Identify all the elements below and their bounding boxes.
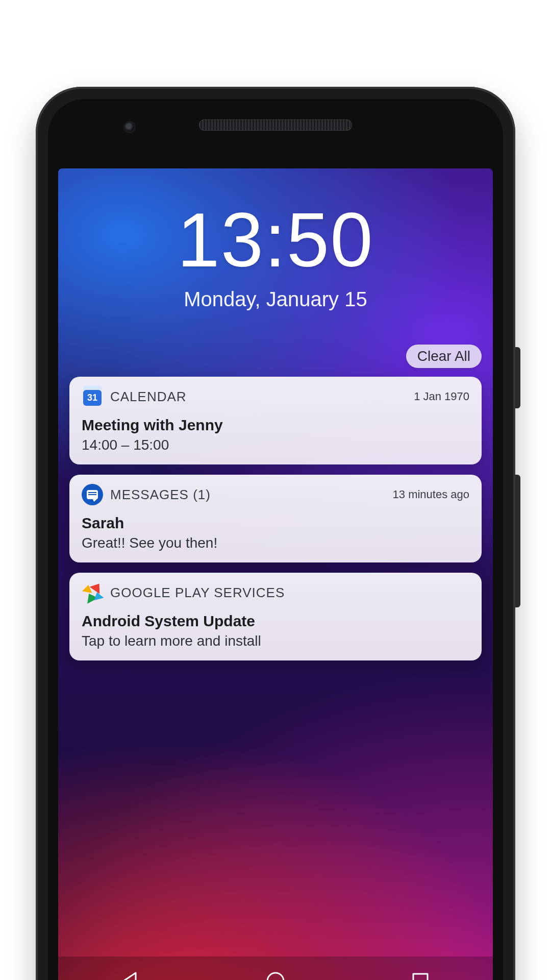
app-name: MESSAGES (1) xyxy=(110,487,211,503)
messages-icon xyxy=(82,484,103,505)
front-camera xyxy=(125,122,134,132)
notification-subtitle: Great!! See you then! xyxy=(82,535,469,551)
notification-messages[interactable]: MESSAGES (1) 13 minutes ago Sarah Great!… xyxy=(69,475,482,562)
back-icon xyxy=(119,970,142,980)
notification-title: Meeting with Jenny xyxy=(82,416,469,434)
phone-speaker xyxy=(199,119,352,131)
power-button[interactable] xyxy=(515,347,520,408)
notification-title: Android System Update xyxy=(82,612,469,630)
nav-back-button[interactable] xyxy=(119,970,142,980)
nav-recent-button[interactable] xyxy=(409,970,432,980)
play-services-icon xyxy=(82,582,103,603)
lock-time: 13:50 xyxy=(58,200,493,281)
android-navbar xyxy=(58,957,493,980)
calendar-icon: 31 xyxy=(82,386,103,407)
svg-point-1 xyxy=(267,973,284,980)
svg-rect-2 xyxy=(413,974,428,980)
notification-subtitle: 14:00 – 15:00 xyxy=(82,437,469,453)
notification-subtitle: Tap to learn more and install xyxy=(82,633,469,649)
notification-time: 1 Jan 1970 xyxy=(414,390,469,403)
notification-title: Sarah xyxy=(82,514,469,532)
nav-home-button[interactable] xyxy=(264,970,287,980)
phone-screen: 13:50 Monday, January 15 Clear All 31 CA… xyxy=(58,168,493,980)
app-name: GOOGLE PLAY SERVICES xyxy=(110,585,285,601)
clear-all-button[interactable]: Clear All xyxy=(406,345,482,368)
notification-play-services[interactable]: GOOGLE PLAY SERVICES Android System Upda… xyxy=(69,573,482,660)
lock-date: Monday, January 15 xyxy=(58,288,493,311)
phone-frame: 13:50 Monday, January 15 Clear All 31 CA… xyxy=(36,87,515,980)
app-name: CALENDAR xyxy=(110,389,187,405)
recent-icon xyxy=(409,970,432,980)
svg-marker-0 xyxy=(123,973,136,980)
volume-button[interactable] xyxy=(515,475,520,607)
notification-list: 31 CALENDAR 1 Jan 1970 Meeting with Jenn… xyxy=(69,377,482,660)
home-icon xyxy=(264,970,287,980)
notification-time: 13 minutes ago xyxy=(393,488,469,501)
notification-calendar[interactable]: 31 CALENDAR 1 Jan 1970 Meeting with Jenn… xyxy=(69,377,482,464)
lock-header: 13:50 Monday, January 15 xyxy=(58,200,493,311)
